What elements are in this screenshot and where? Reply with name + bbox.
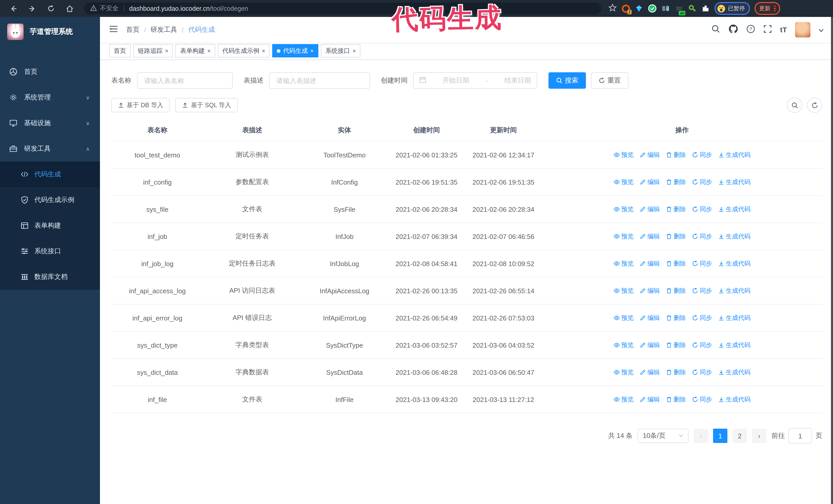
close-icon[interactable]: × [262,45,265,57]
forward-icon[interactable] [28,4,37,13]
tab-1[interactable]: 首页 [109,44,131,57]
address-bar[interactable]: 不安全 dashboard.yudao.iocoder.cn/tool/code… [84,3,601,14]
action-edit-link[interactable]: 编辑 [640,150,660,159]
sidebar-subitem-5[interactable]: 数据库文档 [0,264,100,290]
action-preview-link[interactable]: 预览 [614,178,634,186]
action-preview-link[interactable]: 预览 [614,150,634,159]
action-sync-link[interactable]: 同步 [692,259,712,268]
tab-2[interactable]: 链路追踪× [133,44,173,57]
profile-paused-chip[interactable]: 已暂停 [715,2,750,15]
action-edit-link[interactable]: 编辑 [640,259,660,268]
sidebar-subitem-3[interactable]: 表单构建 [0,213,100,238]
prev-page-button[interactable]: ‹ [694,429,708,443]
search-button[interactable]: 搜索 [548,72,586,89]
action-delete-link[interactable]: 删除 [666,368,686,377]
action-edit-link[interactable]: 编辑 [640,286,660,295]
tab-4[interactable]: 代码生成示例× [218,44,270,57]
action-delete-link[interactable]: 删除 [666,259,686,268]
action-edit-link[interactable]: 编辑 [640,205,660,214]
close-icon[interactable]: × [207,45,211,57]
table-name-input[interactable] [143,76,227,85]
avatar[interactable] [795,22,810,38]
action-generate-link[interactable]: 生成代码 [718,341,751,350]
action-preview-link[interactable]: 预览 [614,286,634,295]
action-preview-link[interactable]: 预览 [614,395,634,404]
breadcrumb-current[interactable]: 代码生成 [188,25,215,34]
action-generate-link[interactable]: 生成代码 [718,314,751,322]
sidebar-item-1[interactable]: 首页 [0,59,100,85]
breadcrumb-tools[interactable]: 研发工具 [150,25,177,34]
action-delete-link[interactable]: 删除 [666,232,686,241]
goto-page-input[interactable] [788,428,812,443]
action-edit-link[interactable]: 编辑 [640,368,660,377]
action-generate-link[interactable]: 生成代码 [718,205,751,214]
action-sync-link[interactable]: 同步 [692,286,712,295]
github-icon[interactable] [729,24,738,35]
action-delete-link[interactable]: 删除 [666,150,686,159]
action-sync-link[interactable]: 同步 [692,368,712,377]
page-size-select[interactable]: 10条/页 [638,429,688,443]
action-sync-link[interactable]: 同步 [692,232,712,241]
import-db-button[interactable]: 基于 DB 导入 [111,98,170,112]
back-icon[interactable] [9,4,18,13]
app-logo-row[interactable]: 芋道管理系统 [0,17,100,47]
action-preview-link[interactable]: 预览 [614,314,634,322]
table-desc-input[interactable] [275,76,364,85]
action-edit-link[interactable]: 编辑 [640,395,660,404]
window-scrollbar[interactable] [831,17,833,504]
action-sync-link[interactable]: 同步 [692,314,712,322]
sidebar-subitem-2[interactable]: 代码生成示例 [0,187,100,213]
sidebar-item-3[interactable]: 基础设施∨ [0,110,100,136]
extension-gem-icon[interactable] [635,4,643,13]
action-delete-link[interactable]: 删除 [666,178,686,186]
bookmark-star-icon[interactable] [609,3,617,14]
browser-menu-icon[interactable] [774,6,775,11]
action-delete-link[interactable]: 删除 [666,286,686,295]
chevron-down-icon[interactable] [819,25,824,34]
extension-puzzle-icon[interactable] [701,4,710,13]
refresh-button[interactable] [807,97,822,113]
sidebar-subitem-1[interactable]: 代码生成 [0,162,100,187]
reload-icon[interactable] [47,5,55,12]
action-preview-link[interactable]: 预览 [614,368,634,377]
action-preview-link[interactable]: 预览 [614,341,634,350]
font-size-icon[interactable]: tT [780,26,787,34]
action-sync-link[interactable]: 同步 [692,178,712,186]
action-sync-link[interactable]: 同步 [692,395,712,404]
close-icon[interactable]: × [165,45,168,57]
action-delete-link[interactable]: 删除 [666,314,686,322]
search-icon[interactable] [712,24,720,35]
next-page-button[interactable]: › [752,429,766,443]
action-sync-link[interactable]: 同步 [692,150,712,159]
extension-on-icon[interactable]: on [674,4,683,13]
action-generate-link[interactable]: 生成代码 [718,395,751,404]
tab-6[interactable]: 系统接口× [321,44,361,57]
help-icon[interactable]: ? [746,24,755,35]
home-icon[interactable] [66,4,74,13]
tab-5[interactable]: 代码生成× [272,44,318,57]
action-edit-link[interactable]: 编辑 [640,314,660,322]
action-edit-link[interactable]: 编辑 [640,232,660,241]
toggle-search-button[interactable] [787,97,802,113]
action-generate-link[interactable]: 生成代码 [718,150,751,159]
extension-check-icon[interactable] [648,4,657,13]
page-button-1[interactable]: 1 [713,429,728,443]
action-edit-link[interactable]: 编辑 [640,178,660,186]
breadcrumb-home[interactable]: 首页 [126,25,139,34]
action-generate-link[interactable]: 生成代码 [718,232,751,241]
extension-panels-icon[interactable] [661,4,670,13]
sidebar-item-2[interactable]: 系统管理∨ [0,85,100,110]
page-button-2[interactable]: 2 [733,429,747,443]
action-preview-link[interactable]: 预览 [614,259,634,268]
action-delete-link[interactable]: 删除 [666,341,686,350]
reset-button[interactable]: 重置 [591,72,628,89]
sidebar-subitem-4[interactable]: 系统接口 [0,238,100,264]
import-sql-button[interactable]: 基于 SQL 导入 [175,98,238,112]
action-generate-link[interactable]: 生成代码 [718,178,751,186]
action-edit-link[interactable]: 编辑 [640,341,660,350]
close-icon[interactable]: × [310,45,314,57]
action-generate-link[interactable]: 生成代码 [718,286,751,295]
action-delete-link[interactable]: 删除 [666,395,686,404]
fullscreen-icon[interactable] [763,24,772,35]
action-generate-link[interactable]: 生成代码 [718,259,751,268]
